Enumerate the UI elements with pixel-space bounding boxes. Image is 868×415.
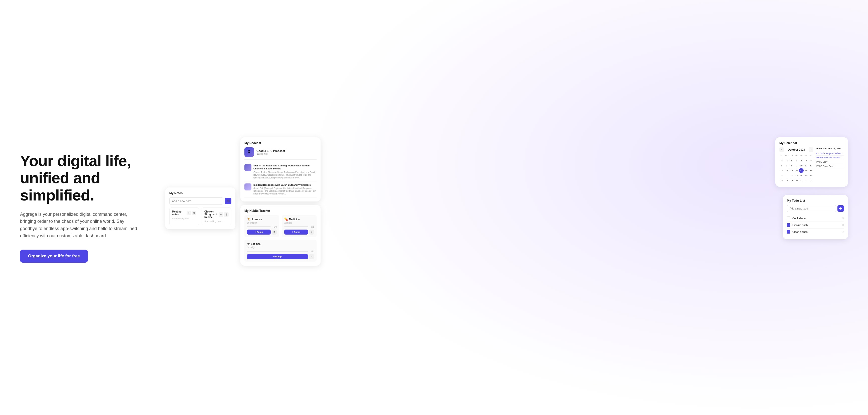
cal-day-24[interactable]: 24 [799, 173, 804, 178]
todo-delete-1[interactable]: × [842, 216, 844, 220]
habit-medicine-name: Medicine [289, 218, 300, 221]
habit-medicine-bump-row: + Bump ↺ [284, 230, 314, 235]
podcast-header: 🎙 Google SRE Prodcast Salim Virji [244, 147, 316, 160]
habit-medicine-name-row: 💊 Medicine [284, 217, 314, 221]
cal-day-30[interactable]: 30 [794, 178, 799, 183]
todo-checkbox-3[interactable] [787, 230, 790, 234]
cal-day-25[interactable]: 25 [804, 173, 809, 178]
hero-description: Aggrega is your personalized digital com… [20, 211, 140, 240]
cal-event-1[interactable]: On Call - Serginho Peloto... [816, 151, 844, 156]
cal-event-4[interactable]: PACE Sprint Retro [816, 164, 844, 169]
cal-day-5[interactable]: 5 [809, 158, 813, 163]
page-wrapper: Your digital life, unified and simplifie… [0, 0, 868, 415]
cal-event-2[interactable]: Weekly Zwift Operational... [816, 156, 844, 160]
cal-day-29[interactable]: 29 [789, 178, 794, 183]
habit-exercise-progress-text: 0/3 [272, 226, 277, 228]
cal-day-2[interactable]: 2 [794, 158, 799, 163]
cta-button[interactable]: Organize your life for free [20, 249, 88, 263]
podcast-episode-2[interactable]: Incident Response with Sarah Butt and Vr… [244, 181, 316, 198]
cal-prev-btn[interactable]: ‹ [779, 147, 784, 152]
habit-eat-emoji: 🍽 [247, 242, 250, 245]
cal-next-btn[interactable]: › [809, 147, 813, 152]
cal-day-27[interactable]: 27 [779, 178, 784, 183]
cal-day-1-nov[interactable]: 1 [804, 178, 809, 183]
podcast-ep-title-1: SRE in the Retail and Gaming Worlds with… [253, 164, 316, 170]
podcast-ep-info-2: Incident Response with Sarah Butt and Vr… [253, 183, 316, 195]
cal-day-17[interactable]: 17 [799, 168, 804, 173]
habits-widget: My Habits Tracker 🏋 Exercise 3x weekly [240, 205, 320, 266]
cal-day-21[interactable]: 21 [784, 173, 789, 178]
habit-medicine-progress-text: 0/1 [309, 226, 314, 228]
cal-day-1[interactable]: 1 [789, 158, 794, 163]
habit-exercise-emoji: 🏋 [247, 217, 251, 221]
podcast-widget-title: My Podcast [244, 141, 316, 145]
notes-widget: My Notes Meeting notes ✏ [165, 187, 236, 229]
habit-exercise-progress-bar [247, 226, 271, 227]
podcast-author: Salim Virji [256, 152, 285, 155]
habit-eat-bump-row: + Bump ↺ [247, 254, 314, 259]
todo-checkbox-1[interactable] [787, 216, 790, 220]
note-card-actions-2: ✏ 🗑 [219, 212, 229, 217]
habit-medicine-bump-btn[interactable]: + Bump [284, 230, 308, 235]
todo-checkbox-2[interactable] [787, 223, 790, 227]
note-delete-button-2[interactable]: 🗑 [224, 212, 229, 217]
habit-eat-bump-btn[interactable]: + Bump [247, 254, 308, 259]
todo-delete-3[interactable]: × [842, 230, 844, 234]
note-delete-button[interactable]: 🗑 [192, 211, 196, 215]
cal-event-3[interactable]: PACE Daily [816, 160, 844, 164]
habit-eat-reset-btn[interactable]: ↺ [309, 254, 314, 259]
note-edit-button[interactable]: ✏ [187, 211, 191, 215]
todo-delete-2[interactable]: × [842, 223, 844, 227]
cal-day-28[interactable]: 28 [784, 178, 789, 183]
cal-day-4[interactable]: 4 [804, 158, 809, 163]
cal-day-30-sep[interactable]: 30 [784, 158, 789, 163]
notes-add-input[interactable] [169, 198, 223, 205]
cal-day-29-sep[interactable]: 29 [779, 158, 784, 163]
cal-day-15[interactable]: 15 [789, 168, 794, 173]
todo-add-button[interactable] [837, 205, 844, 212]
todo-item-3: Clean dishes × [787, 229, 844, 235]
note-card-meeting: Meeting notes ✏ 🗑 Start writing here....… [169, 208, 199, 225]
cal-day-23[interactable]: 23 [794, 173, 799, 178]
note-card-title: Meeting notes [172, 210, 187, 216]
cal-day-19[interactable]: 19 [809, 168, 813, 173]
cal-day-26[interactable]: 26 [809, 173, 813, 178]
cal-day-20[interactable]: 20 [779, 173, 784, 178]
note-edit-button-2[interactable]: ✏ [219, 212, 223, 217]
podcast-ep-thumb-1 [244, 164, 251, 171]
calendar-widget-title: My Calendar [779, 141, 844, 145]
plus-icon-todo [839, 207, 842, 210]
cal-events-title: Events for Oct 17, 2024 [816, 147, 844, 150]
habit-exercise-bump-btn[interactable]: + Bump [247, 230, 271, 235]
cal-day-31[interactable]: 31 [799, 178, 804, 183]
habit-exercise-reset-btn[interactable]: ↺ [272, 230, 277, 235]
habits-grid: 🏋 Exercise 3x weekly 0/3 + Bump [244, 215, 316, 237]
cal-day-10[interactable]: 10 [799, 164, 804, 168]
podcast-thumbnail: 🎙 [244, 147, 254, 157]
cal-day-8[interactable]: 8 [789, 164, 794, 168]
cal-day-7[interactable]: 7 [784, 164, 789, 168]
cal-day-9[interactable]: 9 [794, 164, 799, 168]
podcast-ep-thumb-2 [244, 183, 251, 190]
cal-day-13[interactable]: 13 [779, 168, 784, 173]
cal-day-2-nov[interactable]: 2 [809, 178, 813, 183]
cal-day-16[interactable]: 16 [794, 168, 799, 173]
cal-day-11[interactable]: 11 [804, 164, 809, 168]
habit-exercise: 🏋 Exercise 3x weekly 0/3 + Bump [244, 215, 279, 237]
cal-day-3[interactable]: 3 [799, 158, 804, 163]
todo-add-input[interactable] [787, 205, 836, 212]
todo-text-1: Cook dinner [793, 217, 840, 220]
content-area: Your digital life, unified and simplifie… [0, 122, 868, 293]
habit-medicine-reset-btn[interactable]: ↺ [309, 230, 314, 235]
podcast-episode-1[interactable]: SRE in the Retail and Gaming Worlds with… [244, 162, 316, 181]
habit-exercise-freq: 3x weekly [247, 221, 277, 224]
cal-day-18[interactable]: 18 [804, 168, 809, 173]
cal-day-22[interactable]: 22 [789, 173, 794, 178]
note-card-actions: ✏ 🗑 [187, 211, 196, 215]
cal-day-14[interactable]: 14 [784, 168, 789, 173]
notes-add-button[interactable] [225, 198, 231, 204]
podcast-name: Google SRE Prodcast [256, 149, 285, 152]
todo-text-3: Clean dishes [793, 230, 840, 233]
cal-day-6[interactable]: 6 [779, 164, 784, 168]
cal-day-12[interactable]: 12 [809, 164, 813, 168]
